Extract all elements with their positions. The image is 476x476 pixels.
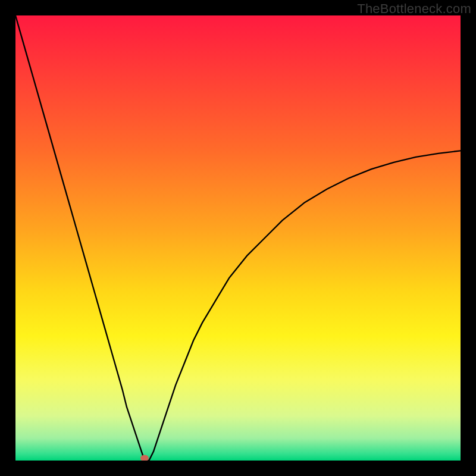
watermark-text: TheBottleneck.com (357, 1, 471, 17)
plot-svg (15, 15, 461, 461)
plot-area (15, 15, 461, 461)
gradient-background (15, 15, 461, 461)
chart-frame: TheBottleneck.com (0, 0, 476, 476)
